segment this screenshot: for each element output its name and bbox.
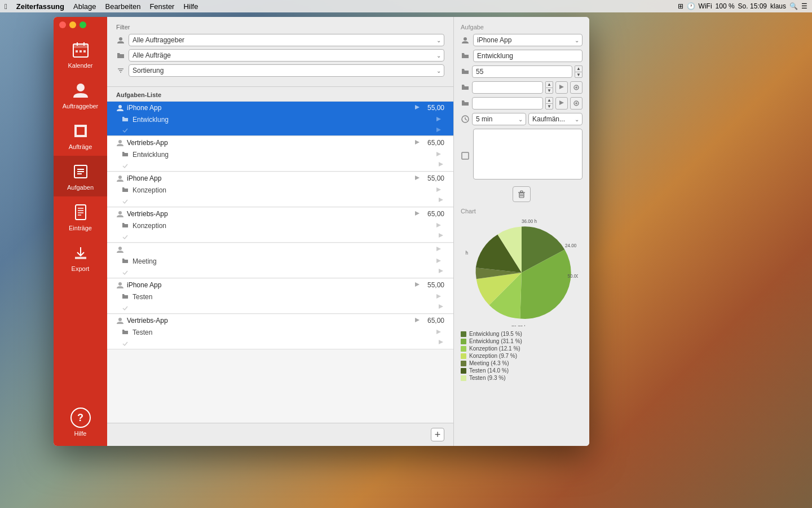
export-icon [70, 243, 91, 263]
person-icon-7 [116, 317, 124, 325]
filter-section: Filter Alle Auftraggeber [107, 17, 453, 87]
project-select-wrapper: iPhone App [473, 34, 582, 46]
task-group-7[interactable]: Vertriebs-App 65,00 Testen [107, 314, 453, 349]
field1-stepper-up[interactable]: ▲ [545, 81, 553, 87]
delete-button[interactable] [513, 186, 531, 202]
battery-indicator: 100 % [716, 2, 735, 10]
time-select[interactable]: 5 min [472, 113, 526, 125]
field2-icon-btn1[interactable] [555, 97, 568, 110]
search-icon[interactable]: 🔍 [789, 2, 798, 10]
notification-icon[interactable]: ☰ [801, 2, 807, 10]
task-empty-row-2 [107, 160, 453, 171]
app-menu-name[interactable]: Zeiterfassung [12, 0, 69, 12]
apple-menu[interactable]:  [0, 0, 12, 12]
task-name-2: Vertriebs-App [127, 139, 414, 147]
hilfe-menu[interactable]: Hilfe [179, 0, 202, 12]
sidebar-item-eintraege[interactable]: Einträge [54, 196, 107, 237]
rate-stepper-down[interactable]: ▼ [575, 72, 582, 78]
flag-sub-icon-7 [435, 329, 442, 336]
legend-label-4: Konzeption (9.7 %) [469, 353, 517, 359]
eintraege-icon [70, 202, 91, 222]
sidebar-item-aufgaben[interactable]: Aufgaben [54, 156, 107, 196]
task-sub-row-1[interactable]: Entwicklung [107, 114, 453, 125]
task-sub-row-2[interactable]: Entwicklung [107, 149, 453, 160]
field1-icon-btn2[interactable] [570, 81, 582, 94]
add-button-row: + [107, 423, 453, 446]
field2-stepper-down[interactable]: ▼ [545, 103, 553, 110]
task-group-6[interactable]: iPhone App 55,00 Testen [107, 279, 453, 314]
field1-input[interactable] [472, 81, 543, 94]
delete-btn-row [461, 186, 582, 202]
rounding-select[interactable]: Kaufmän... [528, 113, 582, 125]
auftraggeber-select[interactable]: Alle Auftraggeber [129, 34, 444, 46]
task-name-1: iPhone App [127, 104, 414, 112]
task-sub-row-5[interactable]: Meeting [107, 256, 453, 267]
close-button[interactable] [59, 21, 66, 28]
flag-sub-icon-4 [435, 222, 442, 229]
tasks-list: iPhone App 55,00 Entwicklung [107, 102, 453, 423]
task-sub-name-2: Entwicklung [133, 151, 435, 159]
flag-sub-icon-6 [435, 294, 442, 300]
project-select[interactable]: iPhone App [473, 34, 582, 46]
task-sub-row-3[interactable]: Konzeption [107, 185, 453, 196]
notes-textarea[interactable] [473, 129, 582, 179]
sidebar: Kalender Auftraggeber Aufträge [54, 17, 107, 446]
svg-rect-44 [520, 191, 523, 192]
apple-icon:  [5, 2, 7, 11]
task-row-5[interactable] [107, 243, 453, 256]
task-row-2[interactable]: Vertriebs-App 65,00 [107, 137, 453, 149]
svg-point-30 [118, 318, 122, 321]
task-sub-row-4[interactable]: Konzeption [107, 220, 453, 231]
sidebar-item-hilfe[interactable]: ? Hilfe [70, 408, 91, 437]
auftraege-select[interactable]: Alle Aufträge [129, 49, 444, 62]
folder-icon [116, 51, 125, 60]
sortierung-select[interactable]: Sortierung [129, 64, 444, 77]
task-row-7[interactable]: Vertriebs-App 65,00 [107, 314, 453, 327]
maximize-button[interactable] [80, 21, 86, 28]
legend-label-3: Konzeption (12.1 %) [469, 345, 520, 352]
task-row-1[interactable]: iPhone App 55,00 [107, 102, 453, 114]
task-row-4[interactable]: Vertriebs-App 65,00 [107, 208, 453, 220]
sidebar-item-export[interactable]: Export [54, 237, 107, 278]
field1-stepper-down[interactable]: ▼ [545, 87, 553, 94]
field2-icon-btn2[interactable] [570, 97, 582, 110]
left-panel: Filter Alle Auftraggeber [107, 17, 454, 446]
task-empty-row-7 [107, 338, 453, 349]
sidebar-item-auftraggeber[interactable]: Auftraggeber [54, 75, 107, 115]
sidebar-item-kalender[interactable]: Kalender [54, 34, 107, 75]
bearbeiten-menu[interactable]: Bearbeiten [100, 0, 145, 12]
detail-project-row: iPhone App [461, 34, 582, 46]
flag-icon-1 [414, 104, 421, 111]
field2-stepper-up[interactable]: ▲ [545, 97, 553, 103]
flag-empty-1 [435, 127, 442, 134]
field1-icon-btn1[interactable] [555, 81, 568, 94]
task-group-4[interactable]: Vertriebs-App 65,00 Konzeption [107, 208, 453, 243]
add-task-button[interactable]: + [431, 428, 444, 441]
task-group-3[interactable]: iPhone App 55,00 Konzeption [107, 172, 453, 207]
task-rate-3: 55,00 [427, 174, 444, 182]
person-icon-4 [116, 210, 124, 218]
task-sub-name-5: Meeting [133, 257, 435, 265]
fenster-menu[interactable]: Fenster [145, 0, 179, 12]
task-group-2[interactable]: Vertriebs-App 65,00 Entwicklung [107, 137, 453, 172]
task-group-1[interactable]: iPhone App 55,00 Entwicklung [107, 102, 453, 136]
ablage-menu[interactable]: Ablage [69, 0, 100, 12]
folder-icon-5 [122, 257, 130, 265]
task-row-3[interactable]: iPhone App 55,00 [107, 172, 453, 185]
task-sub-name-1: Entwicklung [133, 116, 435, 124]
minimize-button[interactable] [69, 21, 76, 28]
folder-input[interactable] [473, 50, 582, 62]
task-row-6[interactable]: iPhone App 55,00 [107, 279, 453, 291]
legend-item-6: Testen (14.0 %) [461, 367, 582, 374]
task-sub-row-6[interactable]: Testen [107, 291, 453, 303]
detail-clock-icon [461, 115, 470, 124]
rate-input[interactable] [472, 65, 572, 78]
sidebar-item-auftraege[interactable]: Aufträge [54, 115, 107, 156]
rate-stepper-up[interactable]: ▲ [575, 65, 582, 72]
task-sub-row-7[interactable]: Testen [107, 327, 453, 338]
task-group-5[interactable]: Meeting [107, 243, 453, 278]
legend-label-6: Testen (14.0 %) [469, 367, 509, 374]
svg-point-20 [119, 37, 122, 41]
field2-input[interactable] [472, 97, 543, 110]
flag-icon-3 [414, 175, 421, 182]
